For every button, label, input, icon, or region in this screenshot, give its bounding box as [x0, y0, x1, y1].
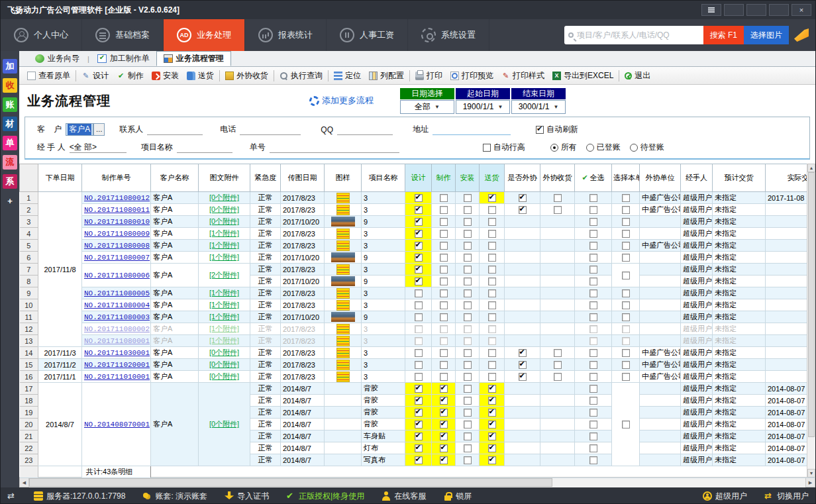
- checkbox-icon[interactable]: [589, 313, 597, 321]
- checkbox-icon[interactable]: [440, 194, 448, 202]
- toolbar-列配置[interactable]: 列配置: [365, 67, 408, 84]
- checkbox-icon[interactable]: [589, 325, 597, 333]
- checkbox-icon[interactable]: [415, 194, 423, 202]
- checkbox-icon[interactable]: [440, 289, 448, 297]
- checkbox-icon[interactable]: [440, 313, 448, 321]
- checkbox-icon[interactable]: [554, 206, 562, 214]
- checkbox-icon[interactable]: [589, 349, 597, 357]
- order-no-link[interactable]: NO.201711080004: [84, 301, 150, 309]
- tab-加工制作单[interactable]: 加工制作单: [91, 51, 156, 66]
- order-no-link[interactable]: NO.201711020001: [84, 361, 150, 369]
- date-filter-dropdown[interactable]: 3000/1/1▼: [511, 100, 566, 114]
- checkbox-icon[interactable]: [415, 242, 423, 250]
- photo-thumbnail[interactable]: [331, 252, 355, 262]
- status-账套: 演示账套[interactable]: 账套: 演示账套: [142, 491, 207, 502]
- maximize-button[interactable]: [769, 4, 789, 16]
- checkbox-icon[interactable]: [440, 409, 448, 417]
- attachments-link[interactable]: [1个附件]: [209, 325, 239, 332]
- checkbox-icon[interactable]: [488, 206, 496, 214]
- handler-input[interactable]: <全 部>: [70, 142, 127, 153]
- status-导入证书[interactable]: 导入证书: [225, 491, 269, 502]
- checkbox-icon[interactable]: [464, 385, 472, 393]
- checkbox-icon[interactable]: [415, 254, 423, 262]
- sidebar-item-系[interactable]: 系: [3, 174, 17, 189]
- status-锁屏[interactable]: 锁屏: [443, 491, 472, 502]
- menu-thumbnail[interactable]: [336, 300, 350, 311]
- col-header-制作[interactable]: 制作: [432, 164, 456, 192]
- attachments-link[interactable]: [0个附件]: [209, 360, 239, 368]
- checkbox-icon[interactable]: [488, 349, 496, 357]
- col-header-经手人[interactable]: 经手人: [681, 164, 713, 192]
- skin-button[interactable]: [724, 4, 744, 16]
- checkbox-icon[interactable]: [589, 444, 597, 452]
- status-超级用户[interactable]: 超级用户: [703, 491, 747, 502]
- photo-thumbnail[interactable]: [331, 276, 355, 286]
- sidebar-item-材[interactable]: 材: [3, 117, 17, 131]
- checkbox-icon[interactable]: [464, 373, 472, 381]
- checkbox-icon[interactable]: [440, 218, 448, 226]
- status-swap-icon[interactable]: [7, 491, 17, 501]
- checkbox-icon[interactable]: [488, 194, 496, 202]
- col-header-选择本单[interactable]: 选择本单: [612, 164, 640, 192]
- checkbox-icon[interactable]: [589, 409, 597, 417]
- checkbox-icon[interactable]: [622, 206, 630, 214]
- checkbox-icon[interactable]: [415, 289, 423, 297]
- col-header-安装[interactable]: 安装: [456, 164, 480, 192]
- checkbox-icon[interactable]: [589, 218, 597, 226]
- toolbar-安装[interactable]: 安装: [148, 67, 183, 84]
- checkbox-icon[interactable]: [488, 409, 496, 417]
- order-no-link[interactable]: NO.201711080010: [84, 218, 150, 226]
- checkbox-icon[interactable]: [415, 277, 423, 285]
- checkbox-icon[interactable]: [440, 277, 448, 285]
- checkbox-icon[interactable]: [519, 373, 527, 381]
- checkbox-icon[interactable]: [622, 349, 630, 357]
- order-no-link[interactable]: NO.201711080009: [84, 230, 150, 238]
- nav-item-系统设置[interactable]: 系统设置: [408, 19, 489, 51]
- checkbox-icon[interactable]: [415, 444, 423, 452]
- col-header-设计[interactable]: 设计: [405, 164, 432, 192]
- toolbar-打印[interactable]: 打印: [411, 67, 446, 84]
- address-input[interactable]: [433, 124, 511, 135]
- checkbox-icon[interactable]: [622, 301, 630, 309]
- sidebar-item-收[interactable]: 收: [3, 78, 17, 93]
- checkbox-icon[interactable]: [464, 218, 472, 226]
- status-在线客服[interactable]: 在线客服: [382, 491, 426, 502]
- project-input[interactable]: [177, 142, 232, 153]
- checkbox-icon[interactable]: [440, 266, 448, 274]
- checkbox-icon[interactable]: [622, 194, 630, 202]
- checkbox-icon[interactable]: [589, 301, 597, 309]
- checkbox-icon[interactable]: [589, 242, 597, 250]
- nav-item-报表统计[interactable]: 报表统计: [245, 19, 327, 51]
- radio-已登账[interactable]: 已登账: [586, 142, 621, 153]
- checkbox-icon[interactable]: [440, 301, 448, 309]
- checkbox-icon[interactable]: [464, 242, 472, 250]
- vertical-scrollbar[interactable]: ▲ ▼: [807, 164, 815, 478]
- checkbox-icon[interactable]: [464, 432, 472, 440]
- tab-业务向导[interactable]: 业务向导: [28, 51, 86, 66]
- checkbox-icon[interactable]: [464, 230, 472, 238]
- checkbox-icon[interactable]: [415, 325, 423, 333]
- toolbar-打印样式[interactable]: 打印样式: [497, 67, 548, 84]
- attachments-link[interactable]: [2个附件]: [209, 271, 239, 279]
- menu-thumbnail[interactable]: [336, 240, 350, 251]
- menu-thumbnail[interactable]: [336, 228, 350, 239]
- checkbox-icon[interactable]: [440, 325, 448, 333]
- checkbox-icon[interactable]: [589, 289, 597, 297]
- checkbox-icon[interactable]: [519, 206, 527, 214]
- photo-thumbnail[interactable]: [331, 217, 355, 227]
- checkbox-icon[interactable]: [488, 456, 496, 464]
- checkbox-icon[interactable]: [440, 206, 448, 214]
- checkbox-icon[interactable]: [415, 385, 423, 393]
- checkbox-icon[interactable]: [415, 218, 423, 226]
- sidebar-item-加[interactable]: 加: [3, 59, 17, 74]
- col-header-是否外协[interactable]: 是否外协: [505, 164, 540, 192]
- col-header-传图日期[interactable]: 传图日期: [281, 164, 325, 192]
- search-input[interactable]: [577, 30, 699, 40]
- attachments-link[interactable]: [1个附件]: [209, 301, 239, 309]
- col-header-图文附件[interactable]: 图文附件: [199, 164, 250, 192]
- checkbox-icon[interactable]: [440, 444, 448, 452]
- checkbox-icon[interactable]: [622, 254, 630, 262]
- attachments-link[interactable]: [0个附件]: [209, 372, 239, 380]
- toolbar-查看原单[interactable]: 查看原单: [23, 67, 74, 84]
- checkbox-icon[interactable]: [415, 337, 423, 345]
